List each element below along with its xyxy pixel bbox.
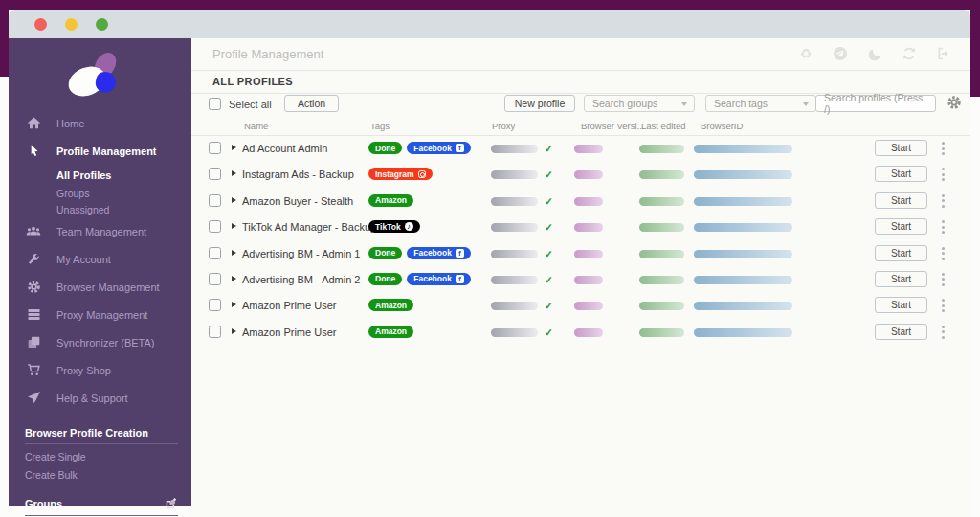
tag-badge-done[interactable]: Done: [368, 247, 402, 259]
table-row: Amazon Buyer - StealthAmazon✓Start: [191, 188, 970, 214]
column-header-proxy[interactable]: Proxy: [492, 121, 515, 131]
expand-caret-icon[interactable]: [232, 170, 236, 176]
expand-caret-icon[interactable]: [232, 302, 236, 307]
sidebar-subitem-unassigned[interactable]: Unassigned: [56, 201, 191, 217]
zoom-window-button[interactable]: [96, 18, 108, 31]
tag-badge-facebook[interactable]: Facebookf: [407, 247, 471, 259]
sidebar-item-synchronizer[interactable]: Synchronizer (BETA): [9, 328, 191, 356]
select-all-checkbox[interactable]: [209, 98, 221, 110]
dark-mode-icon[interactable]: [867, 46, 882, 61]
start-button[interactable]: Start: [875, 166, 927, 182]
row-checkbox[interactable]: [209, 168, 221, 180]
start-button[interactable]: Start: [875, 140, 927, 156]
column-header-name[interactable]: Name: [244, 121, 268, 131]
cursor-icon: [26, 144, 41, 159]
column-header-browser-version[interactable]: Browser Versi...: [581, 121, 645, 131]
sidebar-link-create-single[interactable]: Create Single: [9, 447, 191, 465]
column-header-tags[interactable]: Tags: [370, 121, 390, 131]
tag-list: Instagram: [368, 168, 433, 180]
sidebar-subitem-groups[interactable]: Groups: [56, 185, 191, 201]
tag-badge-instagram[interactable]: Instagram: [368, 168, 433, 180]
row-menu-kebab-icon[interactable]: [942, 299, 945, 315]
start-button[interactable]: Start: [875, 245, 927, 261]
minimize-window-button[interactable]: [65, 18, 78, 31]
search-tags-select[interactable]: Search tags: [705, 95, 816, 112]
tag-list: DoneFacebookf: [368, 247, 471, 259]
tag-badge-facebook[interactable]: Facebookf: [407, 142, 471, 154]
toolbar: Select all Action New profile Search gro…: [191, 93, 970, 118]
sidebar-subitem-all-profiles[interactable]: All Profiles: [56, 165, 191, 185]
browser-version-bar: [574, 302, 603, 310]
profile-name: Advertising BM - Admin 2: [242, 274, 361, 285]
row-checkbox[interactable]: [209, 220, 221, 233]
tag-list: Amazon: [368, 326, 413, 338]
start-button[interactable]: Start: [875, 271, 927, 287]
table-settings-gear-icon[interactable]: [947, 95, 962, 110]
column-header-browserid[interactable]: BrowserID: [701, 121, 743, 131]
new-profile-button[interactable]: New profile: [504, 95, 575, 112]
row-checkbox[interactable]: [209, 194, 221, 207]
row-menu-kebab-icon[interactable]: [942, 247, 945, 263]
sidebar-item-profile-management[interactable]: Profile Management: [9, 137, 191, 165]
close-window-button[interactable]: [34, 18, 47, 31]
profile-rows: Ad Account AdminDoneFacebookf✓StartInsta…: [191, 135, 970, 345]
logout-icon[interactable]: [936, 46, 951, 61]
sidebar-item-team-management[interactable]: Team Management: [9, 217, 191, 245]
expand-caret-icon[interactable]: [232, 250, 236, 256]
browser-version-bar: [574, 223, 603, 232]
sidebar-item-label: Team Management: [56, 226, 146, 237]
tag-badge-done[interactable]: Done: [368, 273, 402, 285]
profile-management-sublist: All Profiles Groups Unassigned: [9, 165, 191, 217]
proxy-bar: [491, 328, 538, 337]
sidebar-item-help-support[interactable]: Help & Support: [9, 384, 191, 412]
row-checkbox[interactable]: [209, 299, 221, 311]
tag-badge-tiktok[interactable]: TikTok♪: [368, 220, 420, 233]
tag-badge-done[interactable]: Done: [368, 142, 402, 154]
expand-caret-icon[interactable]: [232, 328, 236, 334]
row-checkbox[interactable]: [209, 142, 221, 154]
row-menu-kebab-icon[interactable]: [942, 273, 945, 289]
row-menu-kebab-icon[interactable]: [942, 142, 945, 158]
page-header: Profile Management ♻: [191, 38, 970, 71]
browserid-bar: [694, 145, 792, 153]
sidebar-item-browser-management[interactable]: Browser Management: [9, 273, 191, 301]
start-button[interactable]: Start: [875, 324, 927, 340]
expand-caret-icon[interactable]: [232, 276, 236, 281]
expand-caret-icon[interactable]: [232, 197, 236, 203]
column-header-last-edited[interactable]: Last edited: [641, 121, 685, 131]
sidebar-item-home[interactable]: Home: [9, 109, 191, 137]
row-checkbox[interactable]: [209, 247, 221, 259]
last-edited-bar: [639, 250, 684, 258]
sidebar-link-create-bulk[interactable]: Create Bulk: [9, 465, 191, 483]
start-button[interactable]: Start: [875, 192, 927, 209]
row-menu-kebab-icon[interactable]: [942, 220, 945, 236]
start-button[interactable]: Start: [875, 218, 927, 235]
search-groups-select[interactable]: Search groups: [584, 95, 695, 112]
recycle-icon[interactable]: ♻: [798, 46, 813, 61]
profile-name: Amazon Prime User: [242, 326, 336, 338]
row-menu-kebab-icon[interactable]: [942, 326, 945, 342]
tag-badge-amazon[interactable]: Amazon: [368, 194, 413, 207]
expand-caret-icon[interactable]: [232, 145, 236, 150]
telegram-icon[interactable]: [833, 46, 848, 61]
sidebar-item-proxy-management[interactable]: Proxy Management: [9, 301, 191, 328]
search-profiles-input[interactable]: Search profiles (Press /): [815, 95, 936, 112]
row-menu-kebab-icon[interactable]: [942, 168, 945, 184]
tag-badge-facebook[interactable]: Facebookf: [407, 273, 471, 285]
tab-all-profiles[interactable]: ALL PROFILES: [212, 76, 293, 87]
tag-badge-amazon[interactable]: Amazon: [368, 326, 413, 338]
row-checkbox[interactable]: [209, 273, 221, 285]
row-checkbox[interactable]: [209, 326, 221, 338]
sidebar-item-proxy-shop[interactable]: Proxy Shop: [9, 356, 191, 384]
start-button[interactable]: Start: [875, 297, 927, 313]
refresh-icon[interactable]: [902, 46, 917, 61]
expand-caret-icon[interactable]: [232, 223, 236, 229]
sidebar-item-my-account[interactable]: My Account: [9, 245, 191, 273]
tag-badge-amazon[interactable]: Amazon: [368, 299, 413, 311]
main-panel: Profile Management ♻ ALL PROFILES Select…: [191, 38, 970, 517]
sidebar-item-label: Proxy Management: [56, 309, 147, 321]
action-button[interactable]: Action: [284, 95, 339, 112]
row-menu-kebab-icon[interactable]: [942, 194, 945, 211]
sidebar-item-label: Home: [56, 118, 84, 129]
header-icon-bar: ♻: [798, 46, 951, 61]
